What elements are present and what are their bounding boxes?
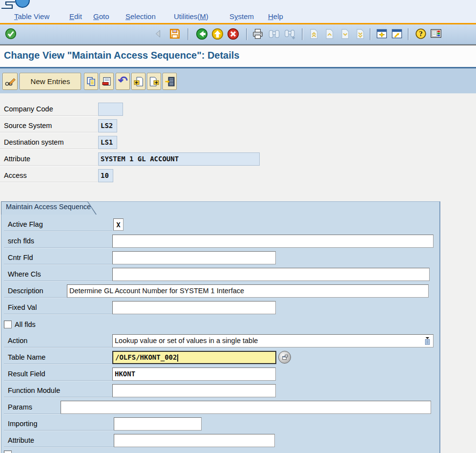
- help-icon: ?: [414, 27, 427, 40]
- action-dropdown-icon[interactable]: [424, 336, 431, 345]
- last-page-icon: [354, 28, 366, 40]
- previous-page-icon: [323, 28, 335, 40]
- previous-page-button[interactable]: [322, 27, 336, 41]
- importing-field[interactable]: [114, 417, 202, 431]
- menu-help[interactable]: Help: [268, 11, 283, 22]
- back-button[interactable]: [195, 27, 208, 41]
- importing-label: Importing: [4, 417, 114, 431]
- standard-toolbar: ?: [0, 24, 476, 44]
- company-code-label: Company Code: [0, 103, 98, 116]
- function-module-field[interactable]: [112, 384, 276, 397]
- enter-check-icon: [4, 27, 17, 40]
- sap-gui-window: Table View Edit Goto Selection Utilities…: [0, 0, 476, 453]
- customize-layout-icon: [430, 27, 442, 40]
- undo-icon: ↶: [118, 75, 127, 86]
- customize-layout-button[interactable]: [429, 27, 443, 41]
- sap-window-icon: [0, 0, 34, 10]
- previous-entry-icon: [133, 76, 145, 87]
- enter-button[interactable]: [4, 27, 18, 41]
- display-change-toggle-button[interactable]: [2, 73, 18, 90]
- attribute-field[interactable]: [114, 434, 275, 447]
- cntr-fld-field[interactable]: [112, 251, 276, 264]
- params-label: Params: [4, 401, 61, 414]
- groupbox-title: Maintain Access Sequence: [6, 203, 91, 211]
- cntr-fld-label: Cntr Fld: [4, 251, 112, 264]
- first-page-icon: [308, 28, 320, 40]
- result-field-field[interactable]: HKONT: [112, 367, 276, 381]
- help-button[interactable]: ?: [414, 27, 428, 41]
- cancel-x-icon: [227, 27, 240, 41]
- where-cls-field[interactable]: [112, 268, 430, 281]
- action-label: Action: [4, 334, 112, 347]
- print-icon: [251, 27, 264, 40]
- position-entry-icon: [164, 76, 176, 87]
- fixed-val-label: Fixed Val: [4, 301, 112, 314]
- first-page-button[interactable]: [307, 27, 320, 41]
- back-triangle-button[interactable]: [152, 27, 166, 41]
- function-module-label: Function Module: [4, 384, 112, 397]
- access-label: Access: [0, 169, 98, 182]
- srch-flds-label: srch flds: [4, 235, 112, 248]
- exit-button[interactable]: [210, 27, 224, 41]
- active-flag-label: Active Flag: [4, 218, 112, 231]
- all-flds-label: All flds: [11, 318, 69, 331]
- previous-entry-button[interactable]: [131, 73, 145, 90]
- menu-goto[interactable]: Goto: [93, 11, 109, 22]
- menu-table-view[interactable]: Table View: [14, 11, 49, 22]
- find-next-icon: [284, 27, 297, 41]
- print-button[interactable]: [251, 27, 265, 41]
- next-entry-button[interactable]: [147, 73, 161, 90]
- other-entry-button[interactable]: [163, 73, 177, 90]
- menu-selection[interactable]: Selection: [125, 11, 156, 22]
- find-next-button[interactable]: [283, 27, 297, 41]
- delete-icon: [101, 76, 113, 87]
- change-display-pencil-glasses-icon: [4, 76, 16, 87]
- value-help-f4-button[interactable]: [278, 351, 291, 364]
- copy-icon: [85, 76, 97, 87]
- cancel-button[interactable]: [226, 27, 240, 41]
- destination-system-label: Destination system: [0, 136, 98, 149]
- application-toolbar: New Entries ↶: [0, 68, 476, 93]
- fixed-val-field[interactable]: [112, 301, 276, 314]
- save-floppy-icon: [168, 27, 181, 40]
- last-page-button[interactable]: [353, 27, 367, 41]
- find-binoculars-icon: [268, 27, 281, 41]
- company-code-field: [98, 103, 123, 116]
- toolbar-separator: [187, 28, 189, 40]
- copy-as-button[interactable]: [84, 73, 98, 90]
- delete-button[interactable]: [100, 73, 114, 90]
- next-page-button[interactable]: [338, 27, 352, 41]
- new-entries-button[interactable]: New Entries: [20, 73, 81, 90]
- result-field-label: Result Field: [4, 367, 112, 381]
- active-flag-field[interactable]: X: [113, 218, 124, 231]
- exit-up-arrow-icon: [211, 27, 224, 41]
- new-session-button[interactable]: [375, 27, 389, 41]
- menu-utilities[interactable]: Utilities(M): [174, 11, 208, 22]
- page-title: Change View "Maintain Access Sequence": …: [4, 50, 239, 61]
- description-field[interactable]: Determine GL Account Number for SYSTEM 1…: [67, 284, 429, 298]
- create-shortcut-button[interactable]: [390, 27, 404, 41]
- action-combobox[interactable]: Lookup value or set of values in a singl…: [112, 334, 434, 347]
- menu-edit[interactable]: Edit: [69, 11, 82, 22]
- new-session-icon: [375, 27, 388, 40]
- back-triangle-icon: [153, 28, 165, 40]
- window-titlebar-strip: [0, 0, 476, 10]
- find-button[interactable]: [267, 27, 281, 41]
- new-entries-label: New Entries: [26, 77, 75, 86]
- menu-system[interactable]: System: [229, 11, 254, 22]
- save-button[interactable]: [168, 27, 182, 41]
- toolbar-separator: [302, 28, 303, 40]
- svg-text:?: ?: [419, 29, 423, 38]
- next-page-icon: [339, 28, 351, 40]
- source-system-field: LS2: [98, 119, 117, 132]
- table-name-label: Table Name: [4, 351, 112, 364]
- description-label: Description: [4, 284, 67, 298]
- params-field[interactable]: [61, 401, 431, 414]
- undo-button[interactable]: ↶: [116, 73, 130, 90]
- toolbar-separator: [370, 28, 371, 40]
- srch-flds-field[interactable]: [112, 235, 434, 248]
- next-entry-icon: [148, 76, 160, 87]
- bottom-partial-checkbox[interactable]: [4, 451, 12, 453]
- table-name-field[interactable]: /OLFS/HKONT_002: [112, 351, 276, 364]
- source-system-label: Source System: [0, 119, 98, 132]
